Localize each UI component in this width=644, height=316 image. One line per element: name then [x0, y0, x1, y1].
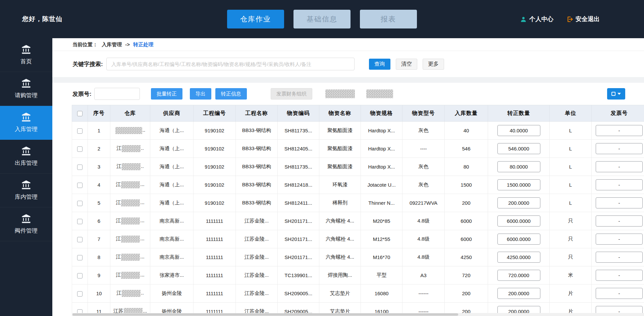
- invoice-number-input[interactable]: [94, 88, 140, 100]
- bank-icon: [21, 214, 31, 224]
- main-content: 当前位置： 入库管理 -> 转正处理 关键字搜索: 查询 清空 更多 发票号: …: [52, 38, 644, 316]
- row-checkbox[interactable]: [77, 237, 83, 242]
- row-invoice-input[interactable]: [596, 288, 643, 299]
- correct-qty-input[interactable]: [497, 215, 540, 227]
- cell-supplier: 南京高新...: [150, 248, 194, 266]
- header-material-spec: 物资规格: [361, 105, 402, 122]
- correct-qty-input[interactable]: [497, 125, 540, 136]
- row-invoice-input[interactable]: [596, 270, 643, 281]
- cell-material-spec: M16*70: [361, 248, 402, 266]
- breadcrumb-parent-link[interactable]: 入库管理: [102, 42, 122, 47]
- cell-project-no: 9190102: [194, 122, 236, 140]
- column-settings-dropdown-button[interactable]: [607, 88, 625, 100]
- cell-warehouse: 江...: [110, 212, 150, 230]
- cell-material-name: 六角螺栓 4...: [319, 248, 361, 266]
- user-center-link[interactable]: 个人中心: [520, 15, 553, 23]
- cell-material-model: 4.8级: [402, 248, 445, 266]
- redacted-warehouse-name: [122, 163, 141, 170]
- row-checkbox[interactable]: [77, 219, 83, 224]
- cell-material-name: 六角螺栓 4...: [319, 212, 361, 230]
- row-invoice-input[interactable]: [596, 234, 643, 245]
- correct-qty-input[interactable]: [497, 161, 540, 172]
- top-navigation-bar: 您好，陈世仙 仓库作业 基础信息 报表 个人中心 安全退出: [0, 0, 644, 38]
- cell-project-name: BB33-钢结构: [236, 122, 278, 140]
- correct-qty-input[interactable]: [497, 197, 540, 208]
- sidebar-navigation: 首页 请购管理 入库管理 出库管理 库内管理 阀件管理: [0, 38, 52, 316]
- tab-warehouse-operations[interactable]: 仓库作业: [227, 10, 284, 28]
- sidebar-item-in-warehouse[interactable]: 库内管理: [0, 174, 52, 207]
- row-invoice-input[interactable]: [596, 252, 643, 263]
- batch-confirm-button[interactable]: 批量转正: [151, 88, 182, 100]
- cell-project-name: 江苏金陵...: [236, 248, 278, 266]
- cell-material-name: 环氧漆: [319, 176, 361, 194]
- select-all-checkbox[interactable]: [77, 111, 83, 116]
- row-invoice-input[interactable]: [596, 197, 643, 208]
- clear-button[interactable]: 清空: [396, 59, 417, 70]
- table-row: 1 .. 海通（上... 9190102 BB33-钢结构 SH811735..…: [72, 122, 644, 140]
- cell-material-spec: M12*55: [361, 230, 402, 248]
- row-checkbox[interactable]: [77, 183, 83, 188]
- breadcrumb-arrow: ->: [125, 42, 130, 47]
- cell-project-name: 江苏金陵...: [236, 212, 278, 230]
- sidebar-item-home[interactable]: 首页: [0, 38, 52, 72]
- logout-icon: [566, 16, 573, 23]
- sidebar-item-label: 库内管理: [15, 193, 38, 201]
- cell-project-no: 9190102: [194, 158, 236, 176]
- cell-seq-no: 4: [88, 176, 110, 194]
- invoice-finance-org-button: 发票财务组织: [271, 88, 312, 100]
- row-invoice-input[interactable]: [596, 125, 643, 136]
- cell-warehouse: 江..: [110, 285, 150, 303]
- bank-icon: [21, 146, 31, 156]
- table-body: 1 .. 海通（上... 9190102 BB33-钢结构 SH811735..…: [72, 122, 644, 316]
- cell-supplier: 南京高新...: [150, 212, 194, 230]
- logout-link[interactable]: 安全退出: [566, 15, 600, 23]
- row-checkbox[interactable]: [77, 273, 83, 278]
- cell-material-model: 灰色: [402, 122, 445, 140]
- query-button[interactable]: 查询: [369, 59, 390, 70]
- cell-material-name: 艾志垫片: [319, 285, 361, 303]
- tab-basic-info[interactable]: 基础信息: [293, 10, 351, 28]
- cell-material-code: SH812411...: [278, 194, 319, 212]
- header-unit: 单位: [550, 105, 592, 122]
- row-checkbox[interactable]: [77, 255, 83, 260]
- sidebar-item-label: 出库管理: [15, 159, 38, 167]
- row-checkbox[interactable]: [77, 291, 83, 297]
- row-invoice-input[interactable]: [596, 161, 643, 172]
- cell-unit: 只: [550, 230, 592, 248]
- sidebar-item-outbound[interactable]: 出库管理: [0, 140, 52, 174]
- bank-icon: [21, 45, 31, 55]
- cell-material-spec: Thinner N...: [361, 194, 402, 212]
- correct-qty-input[interactable]: [497, 179, 540, 190]
- sidebar-item-purchase-request[interactable]: 请购管理: [0, 72, 52, 106]
- row-checkbox[interactable]: [77, 165, 83, 170]
- table-header-row: 序号 仓库 供应商 工程编号 工程名称 物资编码 物资名称 物资规格 物资型号 …: [72, 105, 644, 122]
- horizontal-scrollbar-thumb[interactable]: [72, 313, 458, 316]
- row-invoice-input[interactable]: [596, 179, 643, 190]
- row-invoice-input[interactable]: [596, 143, 643, 154]
- more-button[interactable]: 更多: [423, 59, 444, 70]
- row-checkbox[interactable]: [77, 201, 83, 206]
- cell-material-model: 4.8级: [402, 212, 445, 230]
- correct-qty-input[interactable]: [497, 143, 540, 154]
- horizontal-scrollbar[interactable]: [72, 313, 644, 316]
- cell-supplier: 海通（上...: [150, 140, 194, 158]
- cell-material-code: SH812418...: [278, 176, 319, 194]
- cell-supplier: 扬州金陵: [150, 285, 194, 303]
- keyword-search-input[interactable]: [106, 58, 355, 70]
- correct-qty-input[interactable]: [497, 288, 540, 299]
- topbar-right-actions: 个人中心 安全退出: [520, 0, 600, 38]
- correct-qty-input[interactable]: [497, 252, 540, 263]
- row-invoice-input[interactable]: [596, 215, 643, 227]
- export-button[interactable]: 导出: [190, 88, 211, 100]
- breadcrumb-current-link[interactable]: 转正处理: [133, 42, 153, 47]
- row-checkbox[interactable]: [77, 146, 83, 152]
- confirm-info-button[interactable]: 转正信息: [215, 88, 247, 100]
- cell-warehouse: 江..: [110, 158, 150, 176]
- row-checkbox[interactable]: [77, 128, 83, 134]
- sidebar-item-inbound[interactable]: 入库管理: [0, 106, 52, 140]
- cell-unit: L: [550, 122, 592, 140]
- correct-qty-input[interactable]: [497, 234, 540, 245]
- sidebar-item-valves[interactable]: 阀件管理: [0, 207, 52, 241]
- tab-reports[interactable]: 报表: [360, 10, 417, 28]
- correct-qty-input[interactable]: [497, 270, 540, 281]
